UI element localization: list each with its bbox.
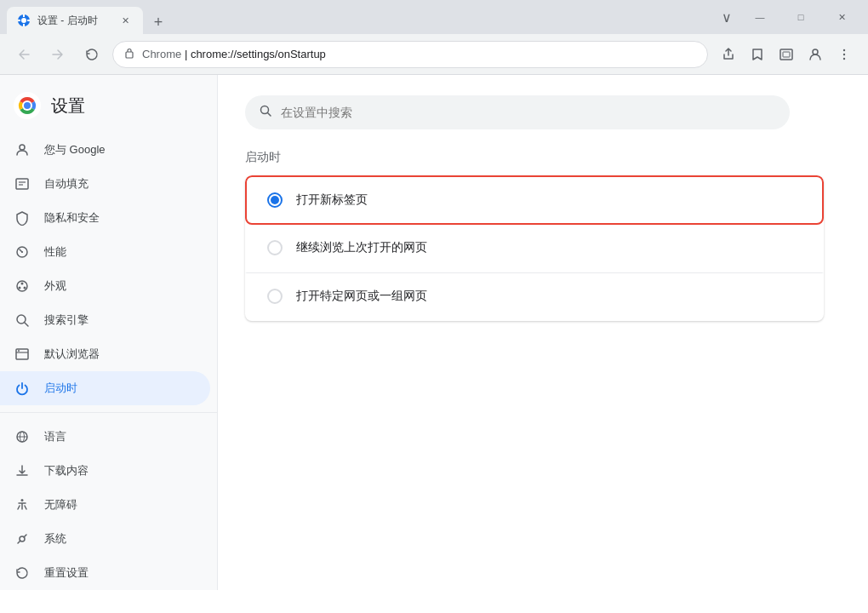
radio-newtab[interactable] — [267, 192, 283, 208]
search-input-icon — [259, 104, 272, 121]
search-box[interactable] — [245, 95, 790, 129]
bookmark-icon — [750, 47, 765, 62]
sidebar-item-accessibility[interactable]: 无障碍 — [0, 488, 210, 522]
bookmark-button[interactable] — [744, 41, 771, 68]
person-icon — [14, 141, 31, 158]
share-button[interactable] — [715, 41, 742, 68]
svg-point-15 — [24, 102, 31, 109]
svg-rect-7 — [780, 49, 792, 60]
svg-line-27 — [25, 323, 28, 326]
sidebar-label-reset: 重置设置 — [44, 565, 89, 581]
more-icon — [837, 47, 852, 62]
refresh-icon — [84, 47, 100, 62]
address-bar[interactable]: Chrome | chrome://settings/onStartup — [112, 41, 708, 68]
option-continue[interactable]: 继续浏览上次打开的网页 — [245, 225, 824, 272]
sidebar-item-autofill[interactable]: 自动填充 — [0, 167, 210, 201]
svg-rect-8 — [783, 52, 790, 57]
appearance-icon — [14, 278, 31, 295]
option-specific[interactable]: 打开特定网页或一组网页 — [245, 272, 824, 321]
restore-button[interactable]: □ — [781, 3, 820, 31]
search-input[interactable] — [281, 106, 776, 119]
sidebar-item-google[interactable]: 您与 Google — [0, 133, 210, 167]
url-display: Chrome | chrome://settings/onStartup — [142, 48, 697, 60]
active-tab[interactable]: 设置 - 启动时 ✕ — [7, 7, 143, 34]
tab-favicon — [17, 14, 31, 27]
svg-rect-3 — [23, 24, 25, 26]
settings-page-title: 设置 — [51, 95, 85, 117]
window-controls: ∨ — □ ✕ — [715, 3, 861, 31]
sidebar-item-reset[interactable]: 重置设置 — [0, 556, 210, 590]
startup-section-title: 启动时 — [245, 150, 841, 165]
sidebar: 设置 您与 Google 自动填充 — [0, 75, 218, 590]
svg-rect-4 — [18, 20, 20, 21]
sidebar-item-browser[interactable]: 默认浏览器 — [0, 337, 210, 371]
sidebar-item-appearance[interactable]: 外观 — [0, 269, 210, 303]
svg-point-35 — [21, 499, 24, 501]
url-separator: | — [185, 48, 191, 60]
back-button[interactable] — [10, 41, 37, 68]
svg-rect-6 — [126, 52, 133, 58]
share-icon — [721, 47, 736, 62]
url-path: chrome://settings/onStartup — [191, 48, 326, 60]
sidebar-item-search[interactable]: 搜索引擎 — [0, 303, 210, 337]
sidebar-label-search: 搜索引擎 — [44, 312, 89, 328]
startup-options-card: 打开新标签页 继续浏览上次打开的网页 打开特定网页或一组网页 — [245, 175, 824, 321]
svg-point-1 — [21, 18, 26, 23]
globe-icon — [14, 428, 31, 445]
sidebar-label-performance: 性能 — [44, 244, 66, 260]
sidebar-header: 设置 — [0, 75, 217, 133]
minimize-button[interactable]: — — [740, 3, 779, 31]
autofill-icon — [14, 175, 31, 192]
tab-capture-button[interactable] — [773, 41, 800, 68]
sidebar-label-system: 系统 — [44, 531, 66, 547]
sidebar-nav: 您与 Google 自动填充 隐私和安全 — [0, 133, 217, 590]
new-tab-button[interactable]: + — [146, 10, 170, 34]
tab-close-button[interactable]: ✕ — [117, 13, 133, 28]
toolbar: Chrome | chrome://settings/onStartup — [0, 34, 868, 75]
performance-icon — [14, 243, 31, 261]
back-icon — [16, 47, 31, 62]
system-icon — [14, 530, 31, 547]
tab-search-button[interactable]: ∨ — [715, 5, 739, 29]
sidebar-label-download: 下载内容 — [44, 463, 89, 478]
option-continue-label: 继续浏览上次打开的网页 — [296, 240, 427, 255]
url-brand: Chrome — [142, 48, 181, 60]
sidebar-item-privacy[interactable]: 隐私和安全 — [0, 201, 210, 235]
sidebar-item-startup[interactable]: 启动时 — [0, 371, 210, 405]
svg-point-16 — [20, 145, 25, 150]
option-specific-label: 打开特定网页或一组网页 — [296, 289, 427, 304]
search-icon — [14, 312, 31, 329]
tab-title: 设置 - 启动时 — [37, 14, 111, 28]
chrome-logo — [14, 92, 41, 119]
sidebar-item-system[interactable]: 系统 — [0, 522, 210, 556]
sidebar-item-performance[interactable]: 性能 — [0, 235, 210, 269]
radio-continue[interactable] — [267, 240, 283, 255]
sidebar-wrapper: 设置 您与 Google 自动填充 — [0, 75, 218, 613]
forward-icon — [50, 47, 66, 62]
svg-point-23 — [21, 283, 24, 285]
security-icon — [123, 47, 135, 61]
svg-point-24 — [24, 287, 26, 289]
forward-button[interactable] — [44, 41, 71, 68]
lock-icon — [123, 47, 135, 59]
main-area: 设置 您与 Google 自动填充 — [0, 75, 868, 613]
profile-button[interactable] — [802, 41, 829, 68]
sidebar-label-google: 您与 Google — [44, 142, 106, 158]
refresh-button[interactable] — [78, 41, 106, 68]
svg-line-38 — [268, 113, 271, 117]
sidebar-item-language[interactable]: 语言 — [0, 420, 210, 454]
svg-rect-5 — [27, 20, 30, 21]
sidebar-item-download[interactable]: 下载内容 — [0, 454, 210, 488]
radio-newtab-inner — [271, 196, 279, 204]
svg-point-30 — [18, 350, 20, 352]
sidebar-label-autofill: 自动填充 — [44, 176, 89, 192]
option-newtab[interactable]: 打开新标签页 — [245, 175, 824, 225]
radio-specific[interactable] — [267, 289, 283, 304]
menu-button[interactable] — [831, 41, 858, 68]
tab-strip: 设置 - 启动时 ✕ + — [7, 0, 715, 34]
close-button[interactable]: ✕ — [822, 3, 861, 31]
svg-rect-2 — [23, 14, 25, 17]
svg-point-11 — [843, 53, 845, 54]
svg-point-36 — [20, 536, 25, 541]
option-newtab-label: 打开新标签页 — [296, 192, 368, 208]
